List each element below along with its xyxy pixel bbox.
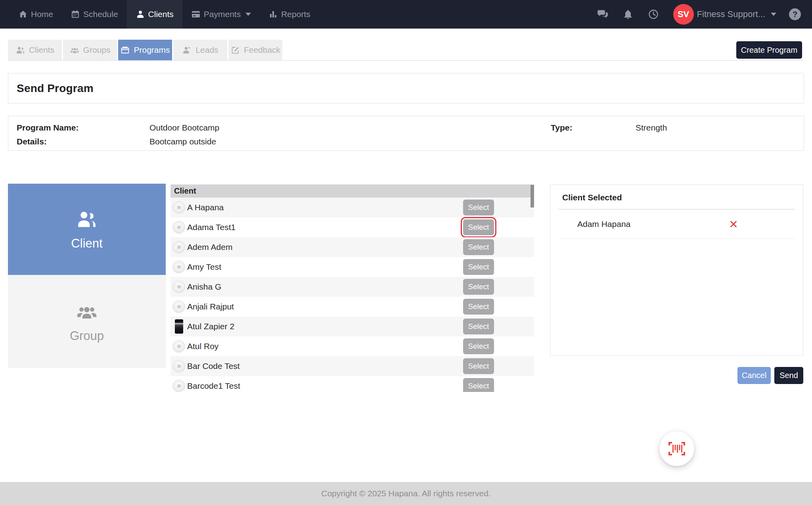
client-panel-label: Client (71, 236, 102, 251)
nav-home[interactable]: Home (10, 0, 62, 29)
lead-person-plus-icon (182, 45, 192, 55)
client-row: Anisha G Select (170, 277, 534, 297)
send-program-card: Send Program (8, 73, 804, 104)
messages-icon[interactable] (597, 9, 608, 20)
select-client-button[interactable]: Select (463, 239, 494, 255)
select-client-button[interactable]: Select (463, 279, 494, 295)
home-icon (18, 10, 28, 19)
send-button[interactable]: Send (774, 367, 803, 384)
client-row: Bar Code Test Select (170, 356, 534, 376)
cancel-button[interactable]: Cancel (737, 367, 771, 384)
group-icon (70, 45, 80, 55)
program-name-value: Outdoor Bootcamp (149, 123, 219, 132)
client-name: Atul Roy (187, 342, 218, 351)
tab-groups[interactable]: Groups (63, 40, 117, 60)
client-name: Barcode1 Test (187, 381, 240, 391)
feedback-edit-icon (230, 45, 240, 55)
tab-clients-label: Clients (29, 45, 54, 55)
notifications-bell-icon[interactable] (622, 9, 634, 20)
tab-feedback[interactable]: Feedback (228, 40, 282, 60)
client-name: Amy Test (187, 262, 221, 272)
client-row: A Hapana Select (170, 198, 534, 217)
nav-reports-label: Reports (281, 10, 310, 19)
nav-clients[interactable]: Clients (127, 0, 182, 29)
tab-clients[interactable]: Clients (8, 40, 62, 60)
copyright-text: Copyright © 2025 Hapana. All rights rese… (321, 489, 491, 498)
group-panel-label: Group (70, 329, 104, 343)
client-name: A Hapana (187, 203, 224, 212)
selected-client-rows: Adam Hapana (550, 209, 803, 239)
program-details-card: Program Name: Outdoor Bootcamp Details: … (8, 116, 804, 151)
list-scrollbar[interactable] (530, 185, 534, 207)
account-menu[interactable]: Fitness Support... (697, 9, 776, 19)
create-program-button[interactable]: Create Program (736, 41, 802, 59)
chevron-down-icon (245, 13, 251, 16)
client-avatar (172, 380, 185, 392)
bar-chart-icon (268, 10, 278, 19)
tab-programs[interactable]: Programs (118, 40, 172, 60)
footer: Copyright © 2025 Hapana. All rights rese… (0, 482, 812, 505)
select-client-button[interactable]: Select (463, 299, 494, 315)
nav-payments-label: Payments (204, 10, 241, 19)
client-mode-panel[interactable]: Client (8, 184, 166, 275)
client-avatar (172, 201, 185, 214)
client-selected-panel: Client Selected Adam Hapana (550, 184, 803, 356)
select-client-button[interactable]: Select (463, 200, 494, 215)
account-name: Fitness Support... (697, 9, 765, 19)
nav-utilities: SV Fitness Support... ? (597, 0, 812, 29)
client-row: Atul Zapier 2 Select (170, 317, 534, 336)
client-name: Bar Code Test (187, 361, 240, 371)
select-client-button[interactable]: Select (463, 319, 494, 334)
client-avatar (172, 241, 185, 253)
client-row: Adem Adem Select (170, 237, 534, 257)
nav-clients-label: Clients (148, 10, 174, 19)
client-rows: A Hapana Select Adama Test1 Select Adem … (170, 198, 534, 392)
barcode-scan-icon (668, 441, 686, 456)
two-people-icon (75, 208, 98, 231)
client-avatar (172, 360, 185, 373)
client-avatar (172, 221, 185, 234)
user-avatar[interactable]: SV (673, 4, 694, 25)
client-avatar (172, 340, 185, 353)
tab-groups-label: Groups (83, 45, 111, 55)
two-people-icon (15, 45, 25, 55)
client-name: Atul Zapier 2 (187, 322, 234, 331)
nav-schedule[interactable]: Schedule (62, 0, 127, 29)
chevron-down-icon (771, 13, 776, 16)
program-details-label: Details: (17, 137, 47, 146)
nav-reports[interactable]: Reports (260, 0, 319, 29)
group-mode-panel[interactable]: Group (8, 275, 166, 368)
tab-leads-label: Leads (195, 45, 218, 55)
client-list-header: Client (170, 184, 534, 198)
history-clock-icon[interactable] (648, 9, 659, 20)
page-title: Send Program (17, 82, 94, 95)
select-client-button[interactable]: Select (463, 219, 494, 235)
select-client-button[interactable]: Select (463, 259, 494, 275)
client-selected-title: Client Selected (550, 185, 803, 202)
remove-client-icon[interactable] (729, 220, 738, 228)
client-row: Anjali Rajput Select (170, 297, 534, 317)
tabbar-divider (8, 60, 804, 61)
nav-schedule-label: Schedule (83, 10, 118, 19)
client-name: Adem Adem (187, 242, 232, 252)
client-row: Atul Roy Select (170, 336, 534, 356)
select-client-button[interactable]: Select (463, 338, 494, 354)
barcode-scan-fab[interactable] (659, 431, 694, 466)
client-avatar (175, 319, 183, 334)
tab-leads[interactable]: Leads (173, 40, 227, 60)
selected-client-name: Adam Hapana (577, 219, 630, 229)
program-details-value: Bootcamp outside (149, 137, 216, 146)
client-name: Adama Test1 (187, 223, 236, 232)
tab-feedback-label: Feedback (244, 45, 280, 55)
nav-payments[interactable]: Payments (182, 0, 260, 29)
select-client-button[interactable]: Select (463, 378, 494, 392)
select-client-button[interactable]: Select (463, 358, 494, 374)
sub-tabbar: Clients Groups Programs Leads Feedback (8, 40, 282, 60)
program-type-label: Type: (551, 123, 572, 132)
top-navbar: Home Schedule Clients Payments Reports (0, 0, 812, 29)
help-button[interactable]: ? (789, 8, 801, 20)
nav-menu: Home Schedule Clients Payments Reports (0, 0, 319, 29)
program-name-label: Program Name: (17, 123, 79, 132)
client-avatar (172, 261, 185, 273)
person-icon (136, 10, 145, 19)
